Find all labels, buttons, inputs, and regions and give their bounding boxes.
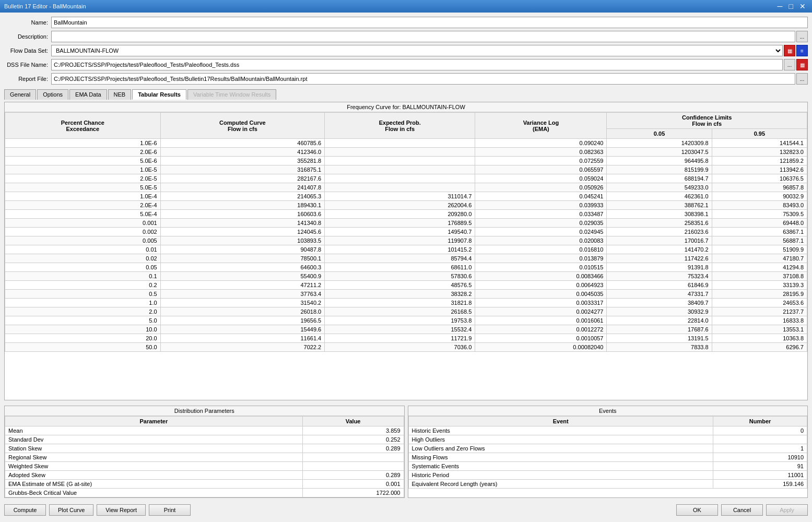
dist-params-title: Distribution Parameters — [5, 406, 404, 416]
tab-options[interactable]: Options — [37, 89, 68, 100]
frequency-table-title: Frequency Curve for: BALLMOUNTAIN-FLOW — [5, 102, 807, 112]
table-row: 2.0 26018.0 26168.5 0.0024277 30932.9 21… — [5, 307, 807, 316]
list-item: Weighted Skew — [5, 462, 404, 471]
frequency-table: Percent ChanceExceedance Computed CurveF… — [5, 112, 807, 352]
flow-dataset-red-button[interactable]: ▦ — [784, 45, 795, 56]
plot-curve-button[interactable]: Plot Curve — [49, 504, 93, 516]
maximize-button[interactable]: □ — [787, 2, 795, 10]
tab-bar: General Options EMA Data NEB Tabular Res… — [4, 89, 808, 100]
dss-file-wrapper: ... ▦ — [51, 59, 808, 70]
list-item: EMA Estimate of MSE (G at-site)0.001 — [5, 480, 404, 489]
events-title: Events — [408, 406, 808, 416]
list-item: Mean3.859 — [5, 426, 404, 435]
dss-file-red-button[interactable]: ▦ — [796, 59, 808, 70]
tab-ema-data[interactable]: EMA Data — [69, 89, 107, 100]
freq-table-wrapper[interactable]: Percent ChanceExceedance Computed CurveF… — [5, 112, 807, 400]
distribution-params-section: Distribution Parameters Parameter Value … — [4, 406, 405, 498]
col-expected-header: Expected Prob.Flow in cfs — [325, 113, 475, 139]
table-row: 1.0E-4 214065.3 311014.7 0.045241 462361… — [5, 192, 807, 201]
table-row: 2.0E-4 189430.1 262004.6 0.039933 388762… — [5, 201, 807, 210]
print-button[interactable]: Print — [149, 504, 191, 516]
number-col-header: Number — [713, 417, 807, 426]
value-col-header: Value — [302, 417, 404, 426]
dss-file-input[interactable] — [51, 59, 783, 70]
dss-file-row: DSS File Name: ... ▦ — [4, 59, 808, 70]
flow-dataset-select[interactable]: BALLMOUNTAIN-FLOW — [51, 45, 783, 56]
title-bar-title: Bulletin 17 Editor - BallMountain — [4, 3, 86, 9]
left-button-group: Compute Plot Curve View Report Print — [4, 504, 191, 516]
flow-dataset-wrapper: BALLMOUNTAIN-FLOW ▦ ≡ — [51, 45, 808, 56]
tab-general[interactable]: General — [4, 89, 36, 100]
content-area: Frequency Curve for: BALLMOUNTAIN-FLOW P… — [4, 102, 808, 518]
list-item: Low Outliers and Zero Flows1 — [408, 444, 807, 453]
description-row: Description: ... — [4, 31, 808, 42]
table-row: 2.0E-6 412346.0 0.082363 1203047.5 13282… — [5, 148, 807, 157]
col-variance-header: Variance Log(EMA) — [475, 113, 607, 139]
table-row: 5.0E-6 355281.8 0.072559 964495.8 121859… — [5, 157, 807, 165]
tab-variable-time-window: Variable Time Window Results — [187, 89, 276, 100]
list-item: Adopted Skew0.289 — [5, 471, 404, 480]
table-row: 0.5 37763.4 38328.2 0.0045035 47331.7 28… — [5, 290, 807, 299]
events-table: Event Number Historic Events0High Outlie… — [408, 416, 808, 489]
description-input[interactable] — [51, 31, 795, 42]
table-row: 50.0 7022.2 7036.0 0.00082040 7833.8 629… — [5, 343, 807, 352]
table-row: 2.0E-5 282167.6 0.059024 688194.7 106376… — [5, 174, 807, 183]
frequency-table-section: Frequency Curve for: BALLMOUNTAIN-FLOW P… — [4, 102, 808, 400]
col-conf95-header: 0.95 — [712, 129, 807, 139]
minimize-button[interactable]: ─ — [775, 2, 785, 10]
table-row: 0.05 64600.3 68611.0 0.010515 91391.8 41… — [5, 263, 807, 272]
col-computed-header: Computed CurveFlow in cfs — [160, 113, 325, 139]
col-conf05-header: 0.05 — [607, 129, 712, 139]
dist-params-table: Parameter Value Mean3.859Standard Dev0.2… — [5, 416, 404, 497]
table-row: 5.0E-5 241407.8 0.050926 549233.0 96857.… — [5, 183, 807, 192]
report-file-browse-button[interactable]: ... — [796, 73, 808, 85]
report-file-input[interactable] — [51, 73, 795, 85]
list-item: Regional Skew — [5, 453, 404, 462]
events-section: Events Event Number Historic Events0High… — [408, 406, 808, 498]
flow-dataset-label: Flow Data Set: — [4, 48, 51, 54]
table-row: 0.002 124045.6 149540.7 0.024945 216023.… — [5, 228, 807, 236]
report-file-row: Report File: ... — [4, 73, 808, 85]
table-row: 0.001 141340.8 176889.5 0.029035 258351.… — [5, 219, 807, 228]
bottom-buttons: Compute Plot Curve View Report Print OK … — [4, 502, 808, 518]
event-col-header: Event — [408, 417, 713, 426]
close-button[interactable]: ✕ — [797, 2, 808, 10]
table-row: 5.0 19656.5 19753.8 0.0016061 22814.0 16… — [5, 316, 807, 325]
col-pce-header: Percent ChanceExceedance — [5, 113, 161, 139]
table-row: 1.0 31540.2 31821.8 0.0033317 38409.7 24… — [5, 299, 807, 307]
list-item: Standard Dev0.252 — [5, 435, 404, 444]
description-browse-button[interactable]: ... — [796, 31, 808, 42]
flow-dataset-blue-button[interactable]: ≡ — [796, 45, 808, 56]
compute-button[interactable]: Compute — [4, 504, 46, 516]
bottom-section: Distribution Parameters Parameter Value … — [4, 406, 808, 498]
table-row: 0.02 78500.1 85794.4 0.013879 117422.6 4… — [5, 254, 807, 263]
report-file-wrapper: ... — [51, 73, 808, 85]
apply-button[interactable]: Apply — [766, 504, 808, 516]
name-row: Name: — [4, 17, 808, 28]
dss-file-label: DSS File Name: — [4, 62, 51, 68]
list-item: Grubbs-Beck Critical Value1722.000 — [5, 489, 404, 497]
table-row: 10.0 15449.6 15532.4 0.0012272 17687.6 1… — [5, 325, 807, 334]
title-bar: Bulletin 17 Editor - BallMountain ─ □ ✕ — [0, 0, 812, 13]
tab-tabular-results[interactable]: Tabular Results — [132, 89, 186, 100]
table-row: 1.0E-5 316875.1 0.065597 815199.9 113942… — [5, 165, 807, 174]
param-col-header: Parameter — [5, 417, 303, 426]
table-row: 20.0 11661.4 11721.9 0.0010057 13191.5 1… — [5, 334, 807, 343]
cancel-button[interactable]: Cancel — [721, 504, 763, 516]
name-input[interactable] — [51, 17, 808, 28]
tab-neb[interactable]: NEB — [108, 89, 132, 100]
ok-button[interactable]: OK — [676, 504, 718, 516]
list-item: Historic Events0 — [408, 426, 807, 435]
flow-dataset-row: Flow Data Set: BALLMOUNTAIN-FLOW ▦ ≡ — [4, 45, 808, 56]
list-item: Historic Period11001 — [408, 471, 807, 480]
main-window: Name: Description: ... Flow Data Set: BA… — [0, 13, 812, 522]
title-bar-controls: ─ □ ✕ — [775, 2, 808, 10]
table-row: 1.0E-6 460785.6 0.090240 1420309.8 14154… — [5, 139, 807, 148]
name-label: Name: — [4, 19, 51, 26]
list-item: Equivalent Record Length (years)159.146 — [408, 480, 807, 489]
view-report-button[interactable]: View Report — [97, 504, 146, 516]
dss-file-browse-button[interactable]: ... — [784, 59, 795, 70]
col-conf-limits-header: Confidence LimitsFlow in cfs — [607, 113, 807, 129]
table-row: 0.01 90487.8 101415.2 0.016810 141470.2 … — [5, 245, 807, 254]
list-item: Station Skew0.289 — [5, 444, 404, 453]
